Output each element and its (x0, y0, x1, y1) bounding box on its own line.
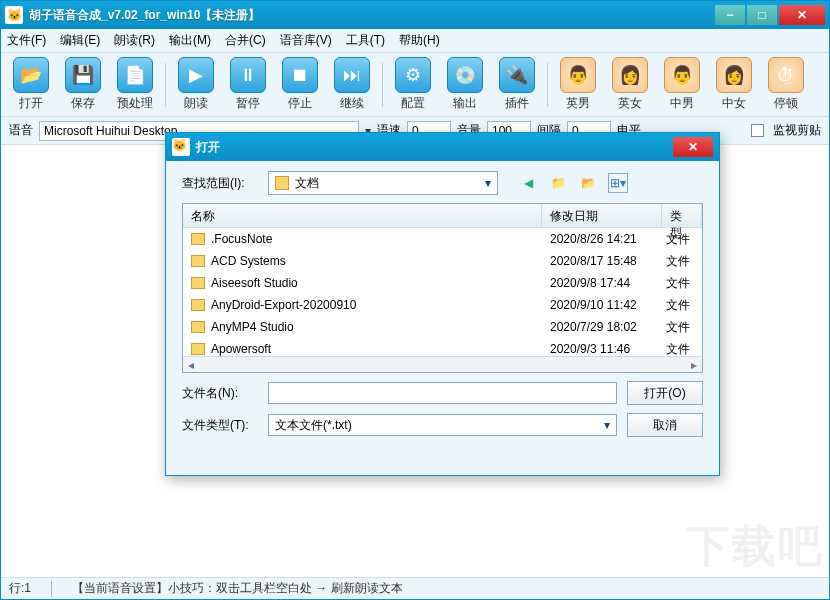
save-icon: 💾 (65, 57, 101, 93)
scroll-right-icon[interactable]: ▸ (686, 358, 702, 372)
file-row[interactable]: Aiseesoft Studio2020/9/8 17:44文件 (183, 272, 702, 294)
close-button[interactable]: ✕ (779, 5, 825, 25)
preprocess-icon: 📄 (117, 57, 153, 93)
tb-save[interactable]: 💾保存 (61, 57, 105, 112)
pauseword-icon: ⏱ (768, 57, 804, 93)
stop-icon: ⏹ (282, 57, 318, 93)
cnwoman-icon: 👩 (716, 57, 752, 93)
app-icon: 🐱 (5, 6, 23, 24)
file-row[interactable]: .FocusNote2020/8/26 14:21文件 (183, 228, 702, 250)
tb-cnman[interactable]: 👨中男 (660, 57, 704, 112)
separator (382, 63, 383, 107)
file-row[interactable]: ACD Systems2020/8/17 15:48文件 (183, 250, 702, 272)
file-list: 名称 修改日期 类型 .FocusNote2020/8/26 14:21文件AC… (182, 203, 703, 373)
tb-preprocess[interactable]: 📄预处理 (113, 57, 157, 112)
maximize-button[interactable]: □ (747, 5, 777, 25)
cancel-button[interactable]: 取消 (627, 413, 703, 437)
menu-output[interactable]: 输出(M) (169, 32, 211, 49)
dialog-close-button[interactable]: ✕ (673, 137, 713, 157)
filetype-label: 文件类型(T): (182, 417, 258, 434)
lookin-combo[interactable]: 文档 ▾ (268, 171, 498, 195)
watermark: 下载吧 (686, 517, 824, 576)
dialog-titlebar[interactable]: 🐱 打开 ✕ (166, 133, 719, 161)
dialog-title: 打开 (196, 139, 673, 156)
open-button[interactable]: 打开(O) (627, 381, 703, 405)
tb-stop[interactable]: ⏹停止 (278, 57, 322, 112)
tb-read[interactable]: ▶朗读 (174, 57, 218, 112)
status-line: 行:1 (9, 580, 31, 597)
col-type[interactable]: 类型 (662, 204, 702, 227)
play-icon: ▶ (178, 57, 214, 93)
folder-icon (191, 343, 205, 355)
folder-icon (191, 277, 205, 289)
config-icon: ⚙ (395, 57, 431, 93)
folder-icon (191, 321, 205, 333)
lookin-label: 查找范围(I): (182, 175, 258, 192)
file-row[interactable]: AnyMP4 Studio2020/7/29 18:02文件 (183, 316, 702, 338)
voice-label: 语音 (9, 122, 33, 139)
folder-icon (191, 233, 205, 245)
col-date[interactable]: 修改日期 (542, 204, 662, 227)
back-icon[interactable]: ◀ (518, 173, 538, 193)
cnman-icon: 👨 (664, 57, 700, 93)
separator (165, 63, 166, 107)
continue-icon: ⏭ (334, 57, 370, 93)
menubar: 文件(F) 编辑(E) 朗读(R) 输出(M) 合并(C) 语音库(V) 工具(… (1, 29, 829, 53)
menu-merge[interactable]: 合并(C) (225, 32, 266, 49)
menu-tool[interactable]: 工具(T) (346, 32, 385, 49)
menu-file[interactable]: 文件(F) (7, 32, 46, 49)
separator (547, 63, 548, 107)
enman-icon: 👨 (560, 57, 596, 93)
file-row[interactable]: Apowersoft2020/9/3 11:46文件 (183, 338, 702, 356)
menu-edit[interactable]: 编辑(E) (60, 32, 100, 49)
menu-help[interactable]: 帮助(H) (399, 32, 440, 49)
scroll-left-icon[interactable]: ◂ (183, 358, 199, 372)
tb-enwoman[interactable]: 👩英女 (608, 57, 652, 112)
status-tip: 【当前语音设置】小技巧：双击工具栏空白处 → 刷新朗读文本 (72, 580, 403, 597)
monitor-checkbox[interactable] (751, 124, 764, 137)
tb-pause[interactable]: ⏸暂停 (226, 57, 270, 112)
plugin-icon: 🔌 (499, 57, 535, 93)
filename-label: 文件名(N): (182, 385, 258, 402)
pause-icon: ⏸ (230, 57, 266, 93)
open-icon: 📂 (13, 57, 49, 93)
view-icon[interactable]: ⊞▾ (608, 173, 628, 193)
toolbar: 📂打开 💾保存 📄预处理 ▶朗读 ⏸暂停 ⏹停止 ⏭继续 ⚙配置 💿输出 🔌插件… (1, 53, 829, 117)
tb-output[interactable]: 💿输出 (443, 57, 487, 112)
enwoman-icon: 👩 (612, 57, 648, 93)
open-dialog: 🐱 打开 ✕ 查找范围(I): 文档 ▾ ◀ 📁 📂 ⊞▾ 名称 修改日期 类型 (165, 132, 720, 476)
monitor-label: 监视剪贴 (773, 122, 821, 139)
h-scrollbar[interactable]: ◂ ▸ (183, 356, 702, 372)
menu-read[interactable]: 朗读(R) (114, 32, 155, 49)
menu-voicelib[interactable]: 语音库(V) (280, 32, 332, 49)
chevron-down-icon: ▾ (485, 176, 491, 190)
minimize-button[interactable]: − (715, 5, 745, 25)
folder-icon (275, 176, 289, 190)
folder-icon (191, 299, 205, 311)
tb-pauseword[interactable]: ⏱停顿 (764, 57, 808, 112)
up-icon[interactable]: 📁 (548, 173, 568, 193)
newfolder-icon[interactable]: 📂 (578, 173, 598, 193)
tb-enman[interactable]: 👨英男 (556, 57, 600, 112)
dialog-icon: 🐱 (172, 138, 190, 156)
tb-plugin[interactable]: 🔌插件 (495, 57, 539, 112)
tb-continue[interactable]: ⏭继续 (330, 57, 374, 112)
folder-icon (191, 255, 205, 267)
tb-cnwoman[interactable]: 👩中女 (712, 57, 756, 112)
chevron-down-icon: ▾ (604, 418, 610, 432)
filename-input[interactable] (268, 382, 617, 404)
tb-open[interactable]: 📂打开 (9, 57, 53, 112)
window-title: 胡子语音合成_v7.02_for_win10【未注册】 (29, 7, 715, 24)
statusbar: 行:1 【当前语音设置】小技巧：双击工具栏空白处 → 刷新朗读文本 (1, 577, 829, 599)
file-row[interactable]: AnyDroid-Export-202009102020/9/10 11:42文… (183, 294, 702, 316)
col-name[interactable]: 名称 (183, 204, 542, 227)
titlebar[interactable]: 🐱 胡子语音合成_v7.02_for_win10【未注册】 − □ ✕ (1, 1, 829, 29)
file-list-header[interactable]: 名称 修改日期 类型 (183, 204, 702, 228)
output-icon: 💿 (447, 57, 483, 93)
tb-config[interactable]: ⚙配置 (391, 57, 435, 112)
filetype-combo[interactable]: 文本文件(*.txt) ▾ (268, 414, 617, 436)
